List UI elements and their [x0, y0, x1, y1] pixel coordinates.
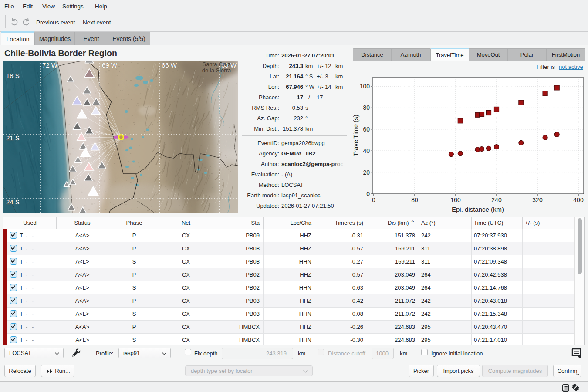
- svg-text:de la Sierra: de la Sierra: [202, 67, 231, 74]
- svg-text:160: 160: [450, 196, 461, 203]
- svg-text:66 W: 66 W: [162, 61, 177, 69]
- svg-text:Epi. distance (km): Epi. distance (km): [452, 206, 504, 213]
- svg-text:24 S: 24 S: [6, 198, 20, 206]
- svg-text:0: 0: [366, 190, 370, 197]
- svg-text:80: 80: [363, 104, 370, 111]
- svg-text:21 S: 21 S: [6, 134, 20, 142]
- svg-text:Santa Cruz: Santa Cruz: [202, 61, 230, 68]
- svg-text:40: 40: [363, 147, 370, 154]
- svg-text:240: 240: [491, 196, 502, 203]
- svg-text:72 W: 72 W: [42, 61, 58, 69]
- svg-text:80: 80: [411, 196, 418, 203]
- svg-text:0: 0: [372, 196, 375, 203]
- svg-text:60: 60: [363, 126, 370, 133]
- svg-text:20: 20: [363, 169, 370, 176]
- svg-text:TravelTime (s): TravelTime (s): [352, 115, 359, 156]
- svg-text:18 S: 18 S: [6, 72, 20, 79]
- svg-text:69 W: 69 W: [102, 61, 118, 69]
- svg-text:320: 320: [532, 196, 543, 203]
- svg-text:400: 400: [573, 196, 584, 203]
- svg-text:100: 100: [360, 83, 370, 90]
